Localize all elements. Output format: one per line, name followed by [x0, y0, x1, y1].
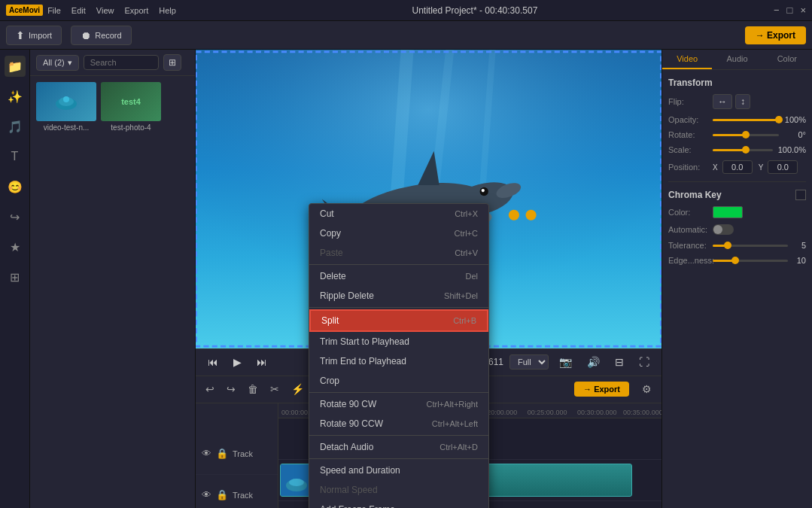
list-item[interactable]: video-test-n...	[36, 82, 96, 132]
record-button[interactable]: ⏺ Record	[71, 26, 131, 45]
play-button[interactable]: ▶	[229, 354, 246, 370]
sidebar-item-sticker[interactable]: 😊	[5, 176, 26, 197]
context-menu-item[interactable]: DeleteDel	[309, 266, 488, 286]
audio-button[interactable]: 🔊	[582, 354, 604, 370]
rotate-slider-thumb[interactable]	[742, 131, 750, 138]
media-filter-dropdown[interactable]: All (2) ▾	[36, 55, 79, 71]
rotate-value: 0°	[782, 130, 806, 139]
svg-point-22	[289, 479, 304, 486]
svg-point-2	[63, 96, 69, 102]
track-label-1: 👁 🔒 Track	[196, 433, 278, 475]
chroma-automatic-toggle[interactable]	[713, 224, 734, 235]
context-menu-item[interactable]: Trim Start to Playhead	[309, 332, 488, 351]
y-input[interactable]	[768, 160, 798, 174]
timeline-undo-button[interactable]: ↩	[202, 382, 218, 397]
context-menu-item[interactable]: Rotate 90 CWCtrl+Alt+Right	[309, 394, 488, 414]
context-menu-item[interactable]: SplitCtrl+B	[309, 309, 488, 332]
context-menu-item-label: Detach Audio	[320, 442, 373, 452]
tab-audio[interactable]: Audio	[712, 50, 762, 69]
sidebar-item-filter[interactable]: ★	[5, 236, 26, 257]
scale-slider-thumb[interactable]	[742, 146, 750, 154]
context-menu-item-label: Trim End to Playhead	[320, 356, 406, 367]
flip-horizontal-button[interactable]: ↔	[713, 94, 732, 109]
quality-select[interactable]: Full 1/2 1/4	[509, 354, 549, 370]
edge-slider[interactable]	[713, 260, 788, 262]
edge-thumb[interactable]	[731, 257, 739, 264]
timeline-redo-button[interactable]: ↪	[223, 382, 239, 397]
x-input[interactable]	[722, 160, 753, 174]
menu-bar: File Edit View Export Help	[47, 6, 176, 15]
menu-file[interactable]: File	[47, 6, 61, 15]
toggle-knob	[713, 225, 722, 234]
context-menu-item[interactable]: Speed and Duration	[309, 461, 488, 480]
tab-video[interactable]: Video	[662, 50, 712, 69]
context-menu-item[interactable]: CutCtrl+X	[309, 204, 488, 224]
scale-value: 100.0%	[776, 145, 806, 154]
position-row: Position: X Y	[668, 160, 806, 174]
record-icon: ⏺	[81, 29, 91, 41]
context-menu-item-label: Ripple Delete	[320, 291, 374, 301]
rotate-label: Rotate:	[668, 130, 710, 139]
context-menu-separator	[309, 458, 488, 459]
track-visibility-icon[interactable]: 👁	[202, 448, 211, 459]
track-visibility-icon-2[interactable]: 👁	[202, 489, 211, 500]
menu-help[interactable]: Help	[159, 6, 176, 15]
timeline-settings-button[interactable]: ⚙	[638, 382, 655, 397]
close-button[interactable]: ×	[800, 5, 806, 16]
minimize-button[interactable]: −	[774, 5, 780, 16]
tolerance-slider[interactable]	[713, 245, 788, 247]
grid-view-button[interactable]: ⊞	[163, 54, 181, 71]
flip-vertical-button[interactable]: ↕	[735, 94, 750, 109]
tolerance-thumb[interactable]	[724, 242, 731, 249]
chroma-color-swatch[interactable]	[713, 206, 743, 218]
track-lock-icon[interactable]: 🔒	[216, 448, 228, 459]
context-menu-item[interactable]: Detach AudioCtrl+Alt+D	[309, 437, 488, 457]
next-frame-button[interactable]: ⏭	[252, 354, 272, 370]
media-search-input[interactable]	[84, 55, 159, 70]
fullscreen-button[interactable]: ⛶	[634, 354, 654, 370]
scale-slider[interactable]	[713, 149, 773, 151]
chroma-tolerance-label: Tolerance:	[668, 241, 710, 250]
context-menu-item[interactable]: CopyCtrl+C	[309, 224, 488, 243]
opacity-slider-thumb[interactable]	[775, 116, 783, 123]
scale-label: Scale:	[668, 145, 710, 154]
sidebar-item-effects[interactable]: ✨	[5, 86, 26, 107]
right-panel-content: Transform Flip: ↔ ↕ Opacity: 100% Rotate…	[662, 70, 812, 508]
menu-export[interactable]: Export	[124, 6, 148, 15]
timeline-delete-button[interactable]: 🗑	[244, 382, 262, 397]
maximize-button[interactable]: □	[787, 5, 793, 16]
tab-color[interactable]: Color	[762, 50, 812, 69]
svg-point-17	[509, 210, 519, 221]
prev-frame-button[interactable]: ⏮	[203, 354, 223, 370]
export-button[interactable]: → Export	[745, 26, 806, 44]
edge-value: 10	[791, 256, 806, 265]
menu-view[interactable]: View	[96, 6, 114, 15]
snapshot-button[interactable]: 📷	[555, 354, 576, 370]
list-item[interactable]: test4 test-photo-4	[101, 82, 161, 132]
context-menu-item[interactable]: Add Freeze Frame	[309, 500, 488, 508]
context-menu-item[interactable]: Trim End to Playhead	[309, 351, 488, 371]
sidebar-item-layers[interactable]: ⊞	[5, 266, 26, 287]
context-menu-item-label: Crop	[320, 376, 339, 386]
sidebar-item-transition[interactable]: ↪	[5, 206, 26, 227]
split-screen-button[interactable]: ⊟	[610, 354, 628, 370]
context-menu-item[interactable]: Rotate 90 CCWCtrl+Alt+Left	[309, 414, 488, 433]
track-lock-icon-2[interactable]: 🔒	[216, 489, 228, 500]
chroma-key-checkbox[interactable]	[795, 190, 806, 200]
sidebar-item-media[interactable]: 📁	[5, 56, 26, 77]
position-label: Position:	[668, 163, 710, 172]
rotate-slider[interactable]	[713, 134, 779, 136]
flip-buttons: ↔ ↕	[713, 94, 750, 109]
sidebar-item-text[interactable]: T	[5, 146, 26, 167]
chroma-edge-row: Edge...ness: 10	[668, 256, 806, 265]
timeline-split-button[interactable]: ⚡	[287, 382, 308, 397]
opacity-slider[interactable]	[713, 119, 779, 121]
context-menu-separator	[309, 435, 488, 436]
sidebar-item-audio[interactable]: 🎵	[5, 116, 26, 137]
timeline-cut-button[interactable]: ✂	[266, 382, 283, 397]
timeline-export-button[interactable]: → Export	[574, 382, 629, 397]
menu-edit[interactable]: Edit	[71, 6, 86, 15]
context-menu-item[interactable]: Crop	[309, 371, 488, 391]
context-menu-item[interactable]: Ripple DeleteShift+Del	[309, 286, 488, 306]
import-button[interactable]: ⬆ Import	[6, 26, 62, 45]
